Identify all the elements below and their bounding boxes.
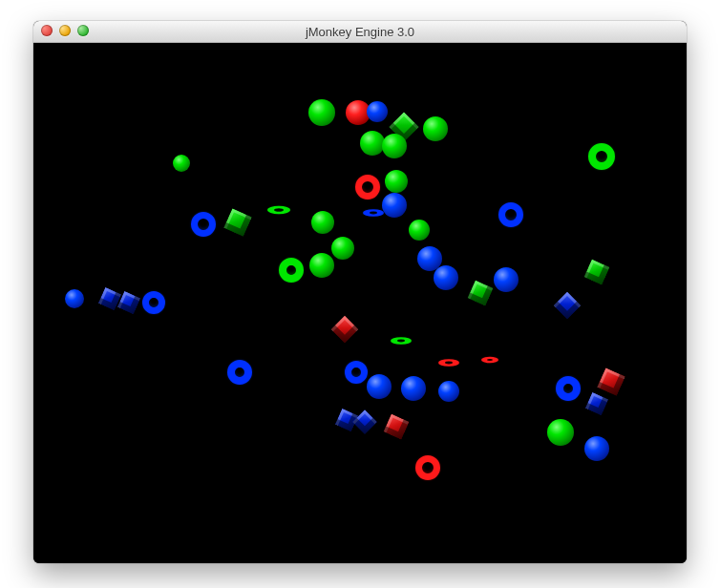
scene-blue-torus bbox=[142, 291, 165, 314]
scene-blue-torus bbox=[498, 202, 523, 227]
scene-green-cube bbox=[223, 208, 251, 236]
scene-green-sphere bbox=[331, 237, 354, 260]
scene-green-torus bbox=[279, 258, 304, 283]
scene-blue-sphere bbox=[367, 101, 388, 122]
scene-red-cube bbox=[384, 414, 409, 439]
scene-green-sphere bbox=[547, 419, 574, 446]
scene-blue-torus bbox=[191, 212, 216, 237]
scene-blue-torus bbox=[556, 376, 581, 401]
scene-blue-sphere bbox=[65, 289, 84, 308]
scene-green-sphere bbox=[173, 155, 190, 172]
scene-viewport[interactable] bbox=[33, 43, 687, 563]
window-title: jMonkey Engine 3.0 bbox=[306, 25, 414, 39]
scene-blue-sphere bbox=[367, 374, 392, 399]
scene-blue-sphere bbox=[584, 436, 609, 461]
scene-red-cube bbox=[597, 368, 625, 395]
scene-blue-cube bbox=[585, 392, 608, 415]
scene-green-torus bbox=[391, 337, 412, 345]
traffic-lights bbox=[41, 25, 89, 36]
minimize-icon[interactable] bbox=[59, 25, 71, 36]
scene-blue-cube bbox=[352, 410, 376, 433]
scene-blue-sphere bbox=[401, 376, 426, 401]
scene-red-torus bbox=[415, 455, 440, 480]
close-icon[interactable] bbox=[41, 25, 53, 36]
scene-green-sphere bbox=[360, 131, 385, 156]
scene-green-cube bbox=[468, 281, 493, 305]
scene-blue-sphere bbox=[494, 267, 519, 292]
scene-green-sphere bbox=[382, 134, 407, 158]
scene-green-torus bbox=[588, 143, 615, 170]
scene-blue-torus bbox=[363, 209, 384, 217]
scene-blue-cube bbox=[554, 292, 581, 319]
scene-red-torus bbox=[438, 359, 459, 367]
scene-red-torus bbox=[355, 175, 380, 200]
app-window: jMonkey Engine 3.0 bbox=[33, 21, 687, 563]
scene-blue-sphere bbox=[382, 193, 407, 218]
scene-blue-sphere bbox=[434, 265, 458, 290]
scene-blue-torus bbox=[345, 361, 368, 384]
scene-red-cube bbox=[331, 316, 358, 343]
scene-green-sphere bbox=[311, 211, 334, 234]
scene-green-sphere bbox=[385, 170, 408, 193]
scene-green-sphere bbox=[309, 253, 334, 278]
scene-green-torus bbox=[267, 206, 290, 214]
scene-blue-sphere bbox=[438, 381, 459, 402]
scene-red-torus bbox=[481, 357, 498, 363]
scene-green-cube bbox=[584, 260, 609, 284]
scene-blue-torus bbox=[227, 360, 252, 385]
zoom-icon[interactable] bbox=[77, 25, 89, 36]
scene-green-sphere bbox=[308, 99, 335, 126]
scene-green-sphere bbox=[409, 220, 430, 241]
titlebar[interactable]: jMonkey Engine 3.0 bbox=[33, 21, 687, 43]
scene-green-sphere bbox=[423, 116, 448, 141]
